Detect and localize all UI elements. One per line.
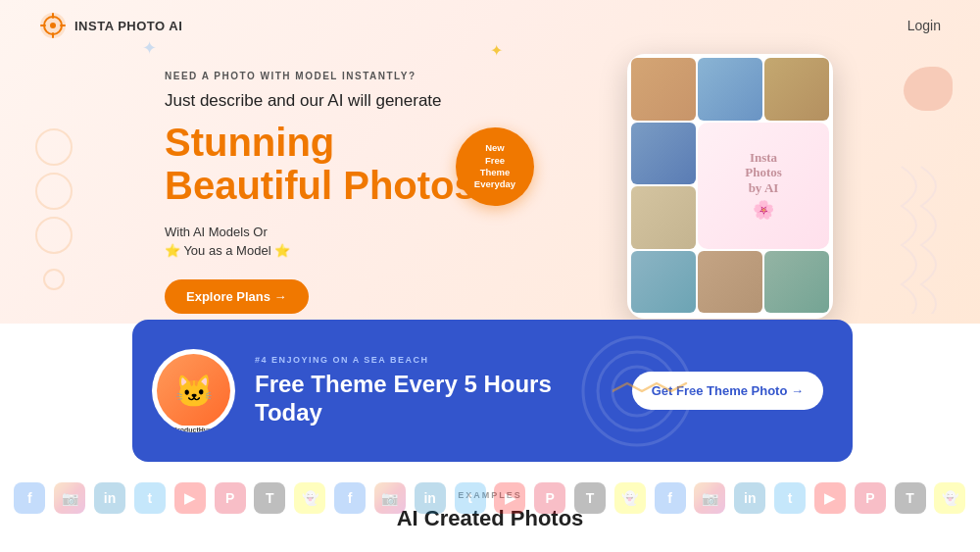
center-card-text: InstaPhotosby AI: [745, 150, 782, 196]
star-left-icon: ⭐: [165, 243, 180, 258]
svg-point-8: [36, 174, 72, 209]
examples-label: Examples: [458, 490, 522, 500]
badge-everyday: Everyday: [474, 178, 515, 190]
hero-you-model: ⭐ You as a Model ⭐: [165, 243, 498, 258]
photo-cell-1: [631, 58, 696, 121]
promo-banner: 🐱 ProductHunt #4 Enjoying on a Sea Beach…: [132, 320, 853, 462]
hero-title-line1: Stunning: [165, 121, 334, 164]
star-right-icon: ⭐: [274, 243, 290, 258]
svg-point-2: [50, 23, 56, 28]
center-card: InstaPhotosby AI 🌸: [698, 123, 829, 249]
new-theme-badge: New Free Theme Everyday: [456, 127, 534, 206]
ai-photos-title: AI Created Photos: [397, 506, 584, 531]
hero-model-line: With AI Models Or: [165, 225, 498, 239]
logo: INSTA PHOTO AI: [39, 12, 182, 39]
login-button[interactable]: Login: [907, 18, 941, 33]
header: INSTA PHOTO AI Login: [0, 0, 980, 51]
photo-cell-3: [764, 58, 829, 121]
hero-tagline: Need a photo with model instantly?: [165, 71, 498, 81]
photo-cell-8: [764, 251, 829, 314]
photo-cell-2: [698, 58, 762, 121]
promo-product-hunt-label: ProductHunt: [169, 426, 218, 432]
badge-new: New: [485, 142, 505, 154]
hero-content: Need a photo with model instantly? Just …: [165, 71, 498, 314]
photo-cell-5: [631, 186, 696, 249]
photo-cell-7: [698, 251, 762, 314]
promo-text-area: #4 Enjoying on a Sea Beach Free Theme Ev…: [255, 355, 612, 427]
logo-text: INSTA PHOTO AI: [74, 19, 182, 33]
photo-cell-6: [631, 251, 696, 314]
logo-icon: [39, 12, 67, 39]
phone-frame: InstaPhotosby AI 🌸: [627, 54, 833, 319]
promo-title-line1: Free Theme Every 5 Hours: [255, 371, 552, 397]
hero-subtitle: Just describe and our AI will generate: [165, 89, 498, 113]
deco-circles-left: [29, 118, 78, 294]
mascot-cat-icon: 🐱: [157, 354, 230, 427]
svg-point-7: [36, 129, 72, 165]
promo-title-line2: Today: [255, 399, 322, 426]
hero-title: Stunning Beautiful Photos: [165, 121, 498, 207]
promo-title: Free Theme Every 5 Hours Today: [255, 371, 612, 427]
photo-grid: InstaPhotosby AI 🌸: [608, 54, 911, 319]
svg-point-10: [44, 270, 64, 289]
bottom-section: Examples AI Created Photos: [0, 480, 980, 552]
badge-theme: Theme: [480, 167, 511, 178]
badge-free: Free: [485, 155, 505, 167]
explore-plans-button[interactable]: Explore Plans →: [165, 279, 309, 314]
promo-tag: #4 Enjoying on a Sea Beach: [255, 355, 612, 365]
promo-arrows-deco: [612, 379, 691, 403]
hero-you-model-text: You as a Model: [183, 243, 270, 258]
hero-title-line2: Beautiful Photos: [165, 164, 476, 207]
photo-cell-4: [631, 123, 696, 185]
svg-point-9: [36, 218, 72, 253]
promo-mascot: 🐱 ProductHunt: [152, 349, 235, 432]
